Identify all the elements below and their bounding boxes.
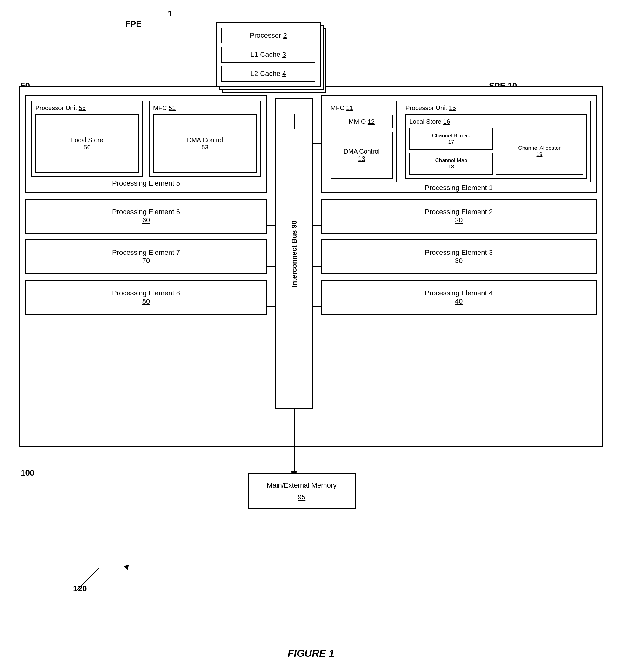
interconnect-label: Interconnect Bus 90 xyxy=(290,221,299,287)
pu15-box: Processor Unit 15 Local Store 16 Channel… xyxy=(402,101,591,182)
left-section: Processor Unit 55 Local Store 56 MFC 51 xyxy=(25,95,267,315)
dma-control-53: DMA Control 53 xyxy=(153,114,257,173)
label-100: 100 xyxy=(21,468,34,478)
mfc51-box: MFC 51 DMA Control 53 xyxy=(149,101,261,177)
pe1-label: Processing Element 1 xyxy=(327,184,591,192)
interconnect-bus: Interconnect Bus 90 xyxy=(275,98,313,409)
memory-label: Main/External Memory xyxy=(255,480,348,490)
pe7-connector xyxy=(267,266,275,267)
pe2-box: Processing Element 2 20 xyxy=(321,199,597,233)
local-store-16: Local Store 16 Channel Bitmap 17 xyxy=(406,114,587,179)
figure-caption: FIGURE 1 xyxy=(0,647,622,659)
pe1-connector xyxy=(313,143,321,144)
ls-title: Local Store 16 xyxy=(409,118,583,125)
fpe-to-bus-line xyxy=(294,114,295,129)
memory-box: Main/External Memory 95 xyxy=(248,473,356,509)
local-store-56: Local Store 56 xyxy=(35,114,139,173)
memory-num: 95 xyxy=(255,493,348,501)
channel-allocator-19: Channel Allocator 19 xyxy=(496,128,583,175)
mmio12-box: MMIO 12 xyxy=(331,115,393,128)
channel-map-18: Channel Map 18 xyxy=(409,153,493,175)
pu55-box: Processor Unit 55 Local Store 56 xyxy=(31,101,143,177)
mfc11-title: MFC 11 xyxy=(331,104,393,112)
pe8-box: Processing Element 8 80 xyxy=(25,280,267,315)
mfc11-box: MFC 11 MMIO 12 DMA Control 13 xyxy=(327,101,396,182)
fpe-label: FPE xyxy=(126,19,142,29)
dma13-box: DMA Control 13 xyxy=(331,132,393,179)
pe1-box: MFC 11 MMIO 12 DMA Control 13 xyxy=(321,95,597,193)
pe2-connector xyxy=(313,225,321,226)
channel-bitmap-17: Channel Bitmap 17 xyxy=(409,128,493,150)
pe3-connector xyxy=(313,266,321,267)
bus-to-memory-line xyxy=(294,409,295,473)
pe4-connector xyxy=(313,306,321,307)
label-120: 120 xyxy=(73,584,87,594)
l2-cache-box: L2 Cache 4 xyxy=(221,66,315,81)
l1-cache-box: L1 Cache 3 xyxy=(221,47,315,63)
mfc51-title: MFC 51 xyxy=(153,104,257,112)
pe3-box: Processing Element 3 30 xyxy=(321,239,597,274)
pe8-connector xyxy=(267,306,275,307)
fpe-number: 1 xyxy=(168,9,172,19)
pe7-box: Processing Element 7 70 xyxy=(25,239,267,274)
pe6-box: Processing Element 6 60 xyxy=(25,199,267,233)
pe5-box: Processor Unit 55 Local Store 56 MFC 51 xyxy=(25,95,267,193)
processor-box: Processor 2 xyxy=(221,28,315,43)
pe6-connector xyxy=(267,225,275,226)
pu55-title: Processor Unit 55 xyxy=(35,104,139,112)
right-section: MFC 11 MMIO 12 DMA Control 13 xyxy=(321,95,597,315)
pe5-label: Processing Element 5 xyxy=(31,179,261,188)
pe4-box: Processing Element 4 40 xyxy=(321,280,597,315)
pu15-title: Processor Unit 15 xyxy=(406,104,587,112)
